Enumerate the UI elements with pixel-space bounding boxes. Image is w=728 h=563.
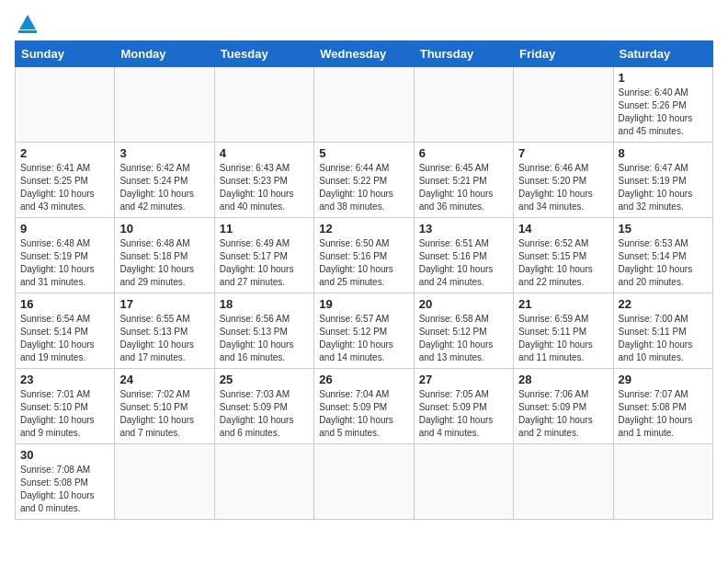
day-info: Sunrise: 6:55 AM Sunset: 5:13 PM Dayligh… <box>119 313 209 364</box>
calendar-week-1: 1Sunrise: 6:40 AM Sunset: 5:26 PM Daylig… <box>16 67 713 143</box>
day-info: Sunrise: 6:51 AM Sunset: 5:16 PM Dayligh… <box>419 237 508 289</box>
calendar-cell: 28Sunrise: 7:06 AM Sunset: 5:09 PM Dayli… <box>514 369 613 444</box>
calendar-cell: 16Sunrise: 6:54 AM Sunset: 5:14 PM Dayli… <box>16 293 115 369</box>
day-number: 16 <box>20 297 109 311</box>
calendar-cell: 12Sunrise: 6:50 AM Sunset: 5:16 PM Dayli… <box>314 218 414 293</box>
weekday-header-sunday: Sunday <box>16 41 115 67</box>
calendar-cell: 22Sunrise: 7:00 AM Sunset: 5:11 PM Dayli… <box>613 293 712 369</box>
calendar-cell: 23Sunrise: 7:01 AM Sunset: 5:10 PM Dayli… <box>16 369 115 444</box>
day-info: Sunrise: 6:50 AM Sunset: 5:16 PM Dayligh… <box>319 237 408 289</box>
calendar-cell <box>514 444 613 520</box>
day-info: Sunrise: 7:05 AM Sunset: 5:09 PM Dayligh… <box>419 388 508 440</box>
day-number: 13 <box>419 222 508 236</box>
day-number: 29 <box>619 373 708 386</box>
calendar-cell: 18Sunrise: 6:56 AM Sunset: 5:13 PM Dayli… <box>214 293 313 369</box>
day-number: 3 <box>119 146 209 160</box>
calendar-week-2: 2Sunrise: 6:41 AM Sunset: 5:25 PM Daylig… <box>16 143 713 218</box>
day-number: 20 <box>419 297 508 311</box>
day-number: 11 <box>220 222 309 236</box>
calendar-cell: 9Sunrise: 6:48 AM Sunset: 5:19 PM Daylig… <box>16 218 115 293</box>
calendar-cell: 19Sunrise: 6:57 AM Sunset: 5:12 PM Dayli… <box>314 293 414 369</box>
day-number: 2 <box>20 146 109 160</box>
day-number: 21 <box>518 297 608 311</box>
calendar-cell: 24Sunrise: 7:02 AM Sunset: 5:10 PM Dayli… <box>115 369 214 444</box>
calendar-cell: 8Sunrise: 6:47 AM Sunset: 5:19 PM Daylig… <box>613 143 712 218</box>
calendar-cell: 4Sunrise: 6:43 AM Sunset: 5:23 PM Daylig… <box>214 143 313 218</box>
day-info: Sunrise: 6:45 AM Sunset: 5:21 PM Dayligh… <box>419 162 508 213</box>
day-info: Sunrise: 7:08 AM Sunset: 5:08 PM Dayligh… <box>20 464 109 515</box>
calendar-cell: 27Sunrise: 7:05 AM Sunset: 5:09 PM Dayli… <box>414 369 513 444</box>
day-number: 1 <box>619 71 708 85</box>
day-number: 24 <box>119 373 209 386</box>
day-info: Sunrise: 6:54 AM Sunset: 5:14 PM Dayligh… <box>20 313 109 364</box>
day-info: Sunrise: 6:44 AM Sunset: 5:22 PM Dayligh… <box>319 162 408 213</box>
logo-triangle <box>19 15 36 29</box>
day-info: Sunrise: 6:57 AM Sunset: 5:12 PM Dayligh… <box>319 313 408 364</box>
logo <box>15 15 37 33</box>
calendar-cell: 6Sunrise: 6:45 AM Sunset: 5:21 PM Daylig… <box>414 143 513 218</box>
day-info: Sunrise: 6:52 AM Sunset: 5:15 PM Dayligh… <box>518 237 608 289</box>
day-info: Sunrise: 7:00 AM Sunset: 5:11 PM Dayligh… <box>619 313 708 364</box>
calendar-cell: 21Sunrise: 6:59 AM Sunset: 5:11 PM Dayli… <box>514 293 613 369</box>
calendar-cell: 2Sunrise: 6:41 AM Sunset: 5:25 PM Daylig… <box>16 143 115 218</box>
calendar-cell: 20Sunrise: 6:58 AM Sunset: 5:12 PM Dayli… <box>414 293 513 369</box>
day-number: 4 <box>220 146 309 160</box>
weekday-header-monday: Monday <box>115 41 214 67</box>
day-number: 5 <box>319 146 408 160</box>
day-info: Sunrise: 7:01 AM Sunset: 5:10 PM Dayligh… <box>20 388 109 440</box>
calendar-cell <box>214 67 313 143</box>
calendar-cell <box>514 67 613 143</box>
day-info: Sunrise: 6:40 AM Sunset: 5:26 PM Dayligh… <box>619 86 708 138</box>
day-info: Sunrise: 6:48 AM Sunset: 5:19 PM Dayligh… <box>20 237 109 289</box>
weekday-header-wednesday: Wednesday <box>314 41 414 67</box>
day-info: Sunrise: 7:03 AM Sunset: 5:09 PM Dayligh… <box>220 388 309 440</box>
day-number: 15 <box>619 222 708 236</box>
calendar-cell <box>314 67 414 143</box>
day-number: 7 <box>518 146 608 160</box>
weekday-header-thursday: Thursday <box>414 41 513 67</box>
calendar-cell <box>314 444 414 520</box>
day-number: 30 <box>20 448 109 462</box>
day-number: 22 <box>619 297 708 311</box>
day-info: Sunrise: 7:02 AM Sunset: 5:10 PM Dayligh… <box>119 388 209 440</box>
weekday-header-friday: Friday <box>514 41 613 67</box>
calendar-cell: 17Sunrise: 6:55 AM Sunset: 5:13 PM Dayli… <box>115 293 214 369</box>
calendar-cell: 14Sunrise: 6:52 AM Sunset: 5:15 PM Dayli… <box>514 218 613 293</box>
day-info: Sunrise: 6:46 AM Sunset: 5:20 PM Dayligh… <box>518 162 608 213</box>
day-number: 17 <box>119 297 209 311</box>
day-number: 18 <box>220 297 309 311</box>
calendar-cell <box>16 67 115 143</box>
day-info: Sunrise: 7:06 AM Sunset: 5:09 PM Dayligh… <box>518 388 608 440</box>
day-number: 26 <box>319 373 408 386</box>
calendar-cell: 25Sunrise: 7:03 AM Sunset: 5:09 PM Dayli… <box>214 369 313 444</box>
day-info: Sunrise: 6:43 AM Sunset: 5:23 PM Dayligh… <box>220 162 309 213</box>
weekday-header-saturday: Saturday <box>613 41 712 67</box>
calendar-cell <box>115 444 214 520</box>
calendar-cell: 1Sunrise: 6:40 AM Sunset: 5:26 PM Daylig… <box>613 67 712 143</box>
day-info: Sunrise: 6:59 AM Sunset: 5:11 PM Dayligh… <box>518 313 608 364</box>
calendar-cell: 5Sunrise: 6:44 AM Sunset: 5:22 PM Daylig… <box>314 143 414 218</box>
day-info: Sunrise: 6:41 AM Sunset: 5:25 PM Dayligh… <box>20 162 109 213</box>
calendar-cell: 15Sunrise: 6:53 AM Sunset: 5:14 PM Dayli… <box>613 218 712 293</box>
day-number: 10 <box>119 222 209 236</box>
day-number: 6 <box>419 146 508 160</box>
day-info: Sunrise: 7:04 AM Sunset: 5:09 PM Dayligh… <box>319 388 408 440</box>
calendar-week-5: 23Sunrise: 7:01 AM Sunset: 5:10 PM Dayli… <box>16 369 713 444</box>
day-info: Sunrise: 6:53 AM Sunset: 5:14 PM Dayligh… <box>619 237 708 289</box>
calendar-cell <box>214 444 313 520</box>
calendar-cell: 13Sunrise: 6:51 AM Sunset: 5:16 PM Dayli… <box>414 218 513 293</box>
day-info: Sunrise: 6:48 AM Sunset: 5:18 PM Dayligh… <box>119 237 209 289</box>
day-number: 9 <box>20 222 109 236</box>
day-number: 25 <box>220 373 309 386</box>
weekday-header-row: SundayMondayTuesdayWednesdayThursdayFrid… <box>16 41 713 67</box>
calendar-cell: 10Sunrise: 6:48 AM Sunset: 5:18 PM Dayli… <box>115 218 214 293</box>
weekday-header-tuesday: Tuesday <box>214 41 313 67</box>
calendar-cell <box>115 67 214 143</box>
calendar-cell <box>414 67 513 143</box>
calendar-cell: 30Sunrise: 7:08 AM Sunset: 5:08 PM Dayli… <box>16 444 115 520</box>
calendar-cell: 29Sunrise: 7:07 AM Sunset: 5:08 PM Dayli… <box>613 369 712 444</box>
calendar-week-3: 9Sunrise: 6:48 AM Sunset: 5:19 PM Daylig… <box>16 218 713 293</box>
day-info: Sunrise: 6:42 AM Sunset: 5:24 PM Dayligh… <box>119 162 209 213</box>
day-info: Sunrise: 6:56 AM Sunset: 5:13 PM Dayligh… <box>220 313 309 364</box>
day-info: Sunrise: 6:47 AM Sunset: 5:19 PM Dayligh… <box>619 162 708 213</box>
